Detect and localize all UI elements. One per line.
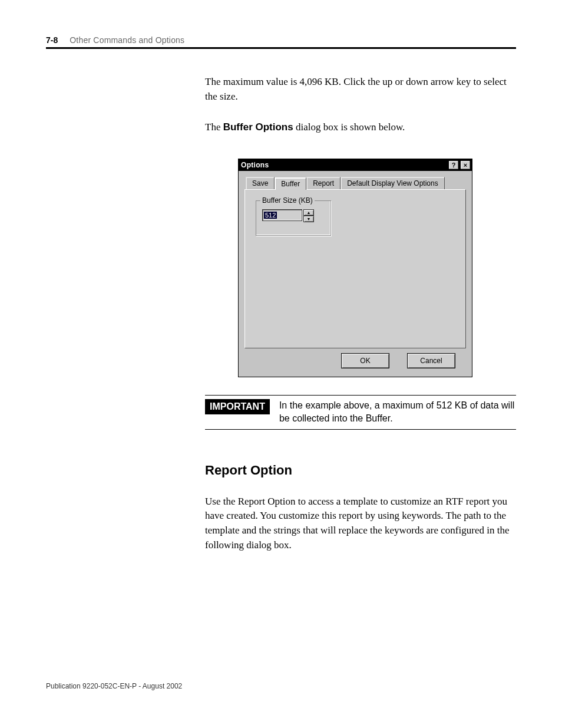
tab-save[interactable]: Save <box>246 177 275 189</box>
buffer-options-bold: Buffer Options <box>223 121 293 133</box>
publication-footer: Publication 9220-052C-EN-P - August 2002 <box>46 682 516 690</box>
dialog-screenshot: Options ? × Save Buffer Report Default D… <box>238 159 516 377</box>
dialog-body: Save Buffer Report Default Display View … <box>239 171 472 377</box>
report-option-heading: Report Option <box>205 463 516 478</box>
tab-panel-buffer: Buffer Size (KB) 512 ▲ ▼ <box>244 189 466 348</box>
buffer-size-input[interactable]: 512 <box>262 209 302 221</box>
buffer-size-value: 512 <box>264 212 277 219</box>
dialog-footer: OK Cancel <box>244 348 466 368</box>
important-text: In the example above, a maximum of 512 K… <box>279 399 516 426</box>
dialog-intro-paragraph: The Buffer Options dialog box is shown b… <box>205 120 516 135</box>
spinner-up-icon[interactable]: ▲ <box>303 209 314 216</box>
header-rule <box>46 47 516 49</box>
important-top-rule <box>205 395 516 396</box>
close-icon[interactable]: × <box>460 160 471 170</box>
intro-paragraph: The maximum value is 4,096 KB. Click the… <box>205 75 516 104</box>
page-header: 7-8 Other Commands and Options <box>46 35 516 45</box>
dialog-title: Options <box>241 161 269 169</box>
spinner-down-icon[interactable]: ▼ <box>303 216 314 222</box>
important-bottom-rule <box>205 429 516 430</box>
page-number: 7-8 <box>46 35 58 45</box>
text: The <box>205 121 223 133</box>
content-column: The maximum value is 4,096 KB. Click the… <box>205 75 516 552</box>
help-icon[interactable]: ? <box>448 160 459 170</box>
groupbox-legend: Buffer Size (KB) <box>260 196 315 205</box>
buffer-size-spinner: 512 ▲ ▼ <box>262 209 325 222</box>
page: 7-8 Other Commands and Options The maxim… <box>0 0 562 720</box>
text: dialog box is shown below. <box>293 121 405 133</box>
tab-buffer[interactable]: Buffer <box>275 177 306 190</box>
tab-report[interactable]: Report <box>306 177 340 189</box>
buffer-size-groupbox: Buffer Size (KB) 512 ▲ ▼ <box>256 200 331 236</box>
important-badge: IMPORTANT <box>205 399 270 414</box>
important-note: IMPORTANT In the example above, a maximu… <box>205 399 516 426</box>
options-dialog: Options ? × Save Buffer Report Default D… <box>238 159 472 377</box>
chapter-title: Other Commands and Options <box>70 35 184 45</box>
dialog-titlebar: Options ? × <box>239 159 472 171</box>
tab-default-display-view-options[interactable]: Default Display View Options <box>340 177 445 189</box>
report-option-paragraph: Use the Report Option to access a templa… <box>205 495 516 553</box>
ok-button[interactable]: OK <box>341 353 389 368</box>
tab-strip: Save Buffer Report Default Display View … <box>246 177 466 189</box>
spinner-buttons: ▲ ▼ <box>303 209 314 222</box>
cancel-button[interactable]: Cancel <box>407 353 455 368</box>
